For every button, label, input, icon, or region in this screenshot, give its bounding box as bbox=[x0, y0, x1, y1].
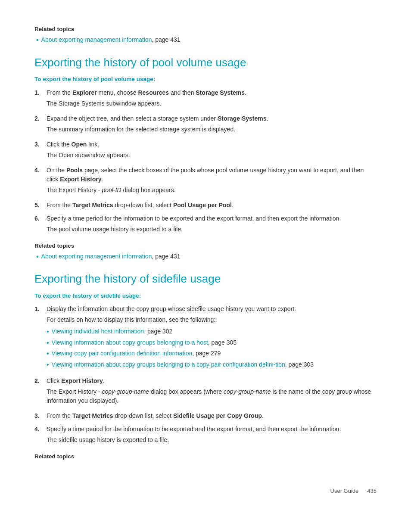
step-number-3-sidefile: 3. bbox=[34, 411, 47, 420]
related-topics-label-top: Related topics bbox=[34, 25, 377, 34]
pool-related-link-text[interactable]: About exporting management information bbox=[41, 253, 152, 260]
sub-bullet-1: • Viewing individual host information, p… bbox=[47, 327, 377, 336]
pool-related-link[interactable]: About exporting management information, … bbox=[41, 252, 181, 261]
step-content-2-sidefile: Click Export History. The Export History… bbox=[47, 376, 377, 407]
sub-bullet-link-text-4[interactable]: Viewing information about copy groups be… bbox=[52, 361, 285, 368]
sub-bullet-link-3[interactable]: Viewing copy pair configuration definiti… bbox=[52, 349, 221, 358]
italic-copy-group-name-2: copy-group-name bbox=[224, 388, 271, 395]
bold-target-metrics-5: Target Metrics bbox=[72, 202, 113, 208]
step-note-2-sidefile: The Export History - copy-group-name dia… bbox=[47, 387, 377, 405]
step-content-4-pool: On the Pools page, select the check boxe… bbox=[47, 166, 377, 196]
step-1-pool: 1. From the Explorer menu, choose Resour… bbox=[34, 88, 377, 110]
bold-pools: Pools bbox=[66, 167, 83, 174]
section-title-sidefile: Exporting the history of sidefile usage bbox=[34, 272, 377, 286]
sidefile-related-topics: Related topics bbox=[34, 452, 377, 461]
pool-related-link-page: 431 bbox=[170, 253, 180, 260]
step-number-4-pool: 4. bbox=[34, 166, 47, 175]
bullet-icon-top: • bbox=[36, 35, 39, 45]
related-link-text-top[interactable]: About exporting management information bbox=[41, 36, 152, 43]
step-5-pool: 5. From the Target Metrics drop-down lis… bbox=[34, 201, 377, 210]
step-content-5-pool: From the Target Metrics drop-down list, … bbox=[47, 201, 377, 210]
step-note-4-pool: The Export History - pool-ID dialog box … bbox=[47, 186, 377, 195]
step-number-2-sidefile: 2. bbox=[34, 376, 47, 386]
related-topics-item-top: • About exporting management information… bbox=[34, 35, 377, 45]
step-text-5-pool: From the Target Metrics drop-down list, … bbox=[47, 202, 234, 208]
sub-bullet-dot-3: • bbox=[47, 349, 49, 358]
step-1-sidefile: 1. Display the information about the cop… bbox=[34, 305, 377, 372]
sub-bullet-link-4[interactable]: Viewing information about copy groups be… bbox=[52, 360, 314, 369]
step-text-2-pool: Expand the object tree, and then select … bbox=[47, 115, 268, 122]
step-text-6-pool: Specify a time period for the informatio… bbox=[47, 215, 341, 222]
sub-bullet-dot-2: • bbox=[47, 338, 49, 348]
pool-related-topics: Related topics • About exporting managem… bbox=[34, 242, 377, 262]
step-note-3-pool: The Open subwindow appears. bbox=[47, 151, 377, 160]
section-sidefile: Exporting the history of sidefile usage … bbox=[34, 272, 377, 461]
step-text-1-pool: From the Explorer menu, choose Resources… bbox=[47, 89, 246, 96]
related-link-top[interactable]: About exporting management information, … bbox=[41, 35, 181, 44]
subsection-title-pool-volume: To export the history of pool volume usa… bbox=[34, 75, 377, 84]
pool-related-topics-label: Related topics bbox=[34, 242, 377, 250]
step-text-3-sidefile: From the Target Metrics drop-down list, … bbox=[47, 412, 264, 419]
bold-export-history-4: Export History bbox=[60, 176, 101, 183]
subsection-title-sidefile: To export the history of sidefile usage: bbox=[34, 292, 377, 300]
page-footer: User Guide 435 bbox=[34, 487, 377, 495]
step-text-4-pool: On the Pools page, select the check boxe… bbox=[47, 167, 364, 183]
step-2-sidefile: 2. Click Export History. The Export Hist… bbox=[34, 376, 377, 407]
step-6-pool: 6. Specify a time period for the informa… bbox=[34, 214, 377, 236]
step-note-1-sidefile: For details on how to display this infor… bbox=[47, 315, 377, 324]
sub-bullet-dot-4: • bbox=[47, 360, 49, 370]
sub-bullet-4: • Viewing information about copy groups … bbox=[47, 360, 377, 370]
section-pool-volume: Exporting the history of pool volume usa… bbox=[34, 56, 377, 262]
step-content-2-pool: Expand the object tree, and then select … bbox=[47, 114, 377, 136]
sub-bullet-page-2: , page 305 bbox=[208, 339, 237, 346]
sub-bullet-link-2[interactable]: Viewing information about copy groups be… bbox=[52, 338, 237, 347]
sub-bullet-2: • Viewing information about copy groups … bbox=[47, 338, 377, 348]
sub-bullet-link-text-2[interactable]: Viewing information about copy groups be… bbox=[52, 339, 208, 346]
footer-page-number: 435 bbox=[367, 487, 377, 495]
step-note-6-pool: The pool volume usage history is exporte… bbox=[47, 225, 377, 234]
step-note-2-pool: The summary information for the selected… bbox=[47, 125, 377, 134]
step-content-1-sidefile: Display the information about the copy g… bbox=[47, 305, 377, 372]
sub-bullet-3: • Viewing copy pair configuration defini… bbox=[47, 349, 377, 358]
sidefile-related-topics-label: Related topics bbox=[34, 452, 377, 461]
sub-bullet-page-1: , page 302 bbox=[144, 328, 172, 335]
bold-open: Open bbox=[72, 141, 87, 148]
pool-related-link-item: • About exporting management information… bbox=[34, 252, 377, 261]
bullet-icon-pool: • bbox=[36, 252, 39, 261]
bold-storage-systems-2: Storage Systems bbox=[218, 115, 267, 122]
sub-bullet-link-text-1[interactable]: Viewing individual host information bbox=[52, 328, 144, 335]
step-content-3-pool: Click the Open link. The Open subwindow … bbox=[47, 140, 377, 162]
sub-bullet-link-text-3[interactable]: Viewing copy pair configuration definiti… bbox=[52, 350, 193, 357]
bold-storage-systems: Storage Systems bbox=[196, 89, 245, 96]
related-link-page-top: 431 bbox=[170, 36, 180, 43]
pool-related-link-comma: , page bbox=[152, 253, 170, 260]
step-text-3-pool: Click the Open link. bbox=[47, 141, 99, 148]
bold-resources: Resources bbox=[138, 89, 169, 96]
step-note-4-sidefile: The sidefile usage history is exported t… bbox=[47, 436, 377, 445]
italic-copy-group-name-1: copy-group-name bbox=[102, 388, 149, 395]
bold-explorer: Explorer bbox=[72, 89, 97, 96]
bold-export-history-2s: Export History bbox=[61, 377, 103, 384]
step-note-1-pool: The Storage Systems subwindow appears. bbox=[47, 99, 377, 108]
step-number-3-pool: 3. bbox=[34, 140, 47, 149]
steps-pool-volume: 1. From the Explorer menu, choose Resour… bbox=[34, 88, 377, 236]
sub-bullet-page-3: , page 279 bbox=[192, 350, 221, 357]
step-3-pool: 3. Click the Open link. The Open subwind… bbox=[34, 140, 377, 162]
step-3-sidefile: 3. From the Target Metrics drop-down lis… bbox=[34, 411, 377, 420]
sub-bullet-page-4: , page 303 bbox=[285, 361, 314, 368]
sub-bullet-dot-1: • bbox=[47, 327, 49, 336]
step-text-2-sidefile: Click Export History. bbox=[47, 377, 105, 384]
step-number-5-pool: 5. bbox=[34, 201, 47, 210]
sub-bullet-link-1[interactable]: Viewing individual host information, pag… bbox=[52, 327, 173, 336]
related-link-comma-top: , page bbox=[152, 36, 170, 43]
step-number-4-sidefile: 4. bbox=[34, 425, 47, 434]
bold-target-metrics-3s: Target Metrics bbox=[72, 412, 113, 419]
footer-guide-text: User Guide bbox=[330, 487, 359, 495]
step-content-3-sidefile: From the Target Metrics drop-down list, … bbox=[47, 411, 377, 420]
step-4-pool: 4. On the Pools page, select the check b… bbox=[34, 166, 377, 196]
step-content-6-pool: Specify a time period for the informatio… bbox=[47, 214, 377, 236]
step-number-1-sidefile: 1. bbox=[34, 305, 47, 314]
steps-sidefile: 1. Display the information about the cop… bbox=[34, 305, 377, 446]
sub-bullets-1-sidefile: • Viewing individual host information, p… bbox=[47, 327, 377, 370]
bold-pool-usage: Pool Usage per Pool bbox=[173, 202, 232, 208]
